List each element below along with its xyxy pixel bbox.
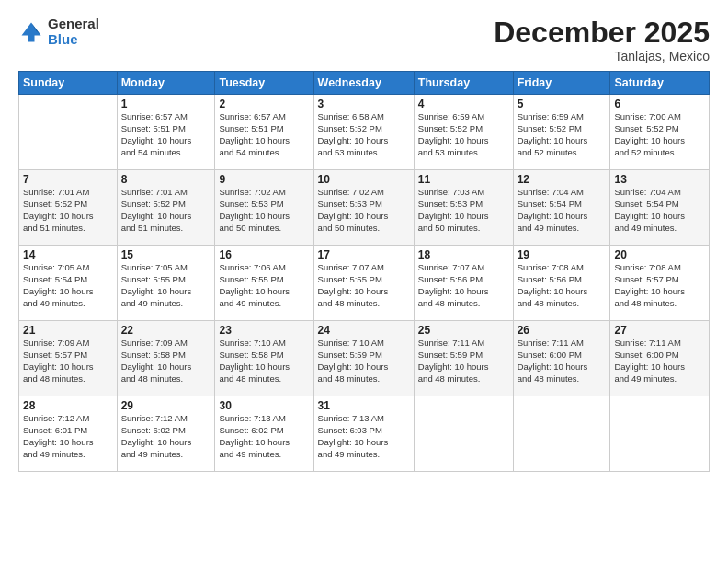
calendar-week-row: 7Sunrise: 7:01 AM Sunset: 5:52 PM Daylig…	[19, 170, 710, 246]
day-info: Sunrise: 7:04 AM Sunset: 5:54 PM Dayligh…	[614, 187, 705, 234]
calendar-cell: 2Sunrise: 6:57 AM Sunset: 5:51 PM Daylig…	[215, 95, 313, 170]
day-number: 7	[23, 173, 113, 186]
calendar-cell: 24Sunrise: 7:10 AM Sunset: 5:59 PM Dayli…	[313, 321, 414, 396]
calendar-cell: 6Sunrise: 7:00 AM Sunset: 5:52 PM Daylig…	[610, 95, 710, 170]
month-title: December 2025	[494, 17, 710, 49]
calendar-day-header: Friday	[513, 72, 610, 95]
day-number: 6	[614, 98, 705, 110]
day-info: Sunrise: 7:08 AM Sunset: 5:57 PM Dayligh…	[614, 262, 705, 309]
calendar-cell: 14Sunrise: 7:05 AM Sunset: 5:54 PM Dayli…	[19, 246, 118, 321]
calendar-day-header: Sunday	[19, 72, 118, 95]
day-info: Sunrise: 6:57 AM Sunset: 5:51 PM Dayligh…	[121, 111, 211, 158]
page: General Blue December 2025 Tanlajas, Mex…	[0, 0, 728, 563]
day-number: 28	[23, 399, 113, 412]
calendar-day-header: Wednesday	[313, 72, 414, 95]
day-number: 30	[219, 399, 309, 412]
day-info: Sunrise: 7:03 AM Sunset: 5:53 PM Dayligh…	[418, 187, 509, 234]
day-number: 9	[219, 173, 309, 186]
calendar-cell: 15Sunrise: 7:05 AM Sunset: 5:55 PM Dayli…	[117, 246, 215, 321]
calendar-cell: 18Sunrise: 7:07 AM Sunset: 5:56 PM Dayli…	[414, 246, 513, 321]
day-info: Sunrise: 7:09 AM Sunset: 5:58 PM Dayligh…	[121, 338, 211, 385]
day-info: Sunrise: 6:57 AM Sunset: 5:51 PM Dayligh…	[219, 111, 309, 158]
logo: General Blue	[18, 17, 99, 47]
day-info: Sunrise: 7:05 AM Sunset: 5:54 PM Dayligh…	[23, 262, 113, 309]
day-number: 25	[418, 324, 509, 337]
day-number: 8	[121, 173, 211, 186]
calendar-cell: 7Sunrise: 7:01 AM Sunset: 5:52 PM Daylig…	[19, 170, 118, 246]
day-info: Sunrise: 6:59 AM Sunset: 5:52 PM Dayligh…	[518, 111, 607, 158]
day-number: 5	[518, 98, 607, 110]
calendar-cell: 21Sunrise: 7:09 AM Sunset: 5:57 PM Dayli…	[19, 321, 118, 396]
calendar-cell: 9Sunrise: 7:02 AM Sunset: 5:53 PM Daylig…	[215, 170, 313, 246]
day-number: 17	[318, 248, 410, 261]
calendar-week-row: 21Sunrise: 7:09 AM Sunset: 5:57 PM Dayli…	[19, 321, 710, 396]
day-number: 20	[614, 248, 705, 261]
day-info: Sunrise: 7:11 AM Sunset: 5:59 PM Dayligh…	[418, 338, 509, 385]
day-number: 19	[518, 248, 607, 261]
day-number: 10	[318, 173, 410, 186]
logo-text: General Blue	[48, 17, 99, 47]
day-number: 22	[121, 324, 211, 337]
day-number: 29	[121, 399, 211, 412]
header: General Blue December 2025 Tanlajas, Mex…	[18, 17, 710, 63]
day-info: Sunrise: 7:13 AM Sunset: 6:03 PM Dayligh…	[318, 413, 410, 460]
day-info: Sunrise: 7:13 AM Sunset: 6:02 PM Dayligh…	[219, 413, 309, 460]
day-number: 11	[418, 173, 509, 186]
day-info: Sunrise: 7:02 AM Sunset: 5:53 PM Dayligh…	[318, 187, 410, 234]
day-number: 24	[318, 324, 410, 337]
calendar-table: SundayMondayTuesdayWednesdayThursdayFrid…	[18, 71, 710, 472]
day-number: 15	[121, 248, 211, 261]
day-info: Sunrise: 7:02 AM Sunset: 5:53 PM Dayligh…	[219, 187, 309, 234]
day-number: 1	[121, 98, 211, 110]
calendar-cell: 19Sunrise: 7:08 AM Sunset: 5:56 PM Dayli…	[513, 246, 610, 321]
day-number: 23	[219, 324, 309, 337]
location: Tanlajas, Mexico	[494, 49, 710, 63]
day-number: 4	[418, 98, 509, 110]
calendar-cell: 13Sunrise: 7:04 AM Sunset: 5:54 PM Dayli…	[610, 170, 710, 246]
day-number: 13	[614, 173, 705, 186]
day-info: Sunrise: 7:08 AM Sunset: 5:56 PM Dayligh…	[518, 262, 607, 309]
calendar-cell: 30Sunrise: 7:13 AM Sunset: 6:02 PM Dayli…	[215, 396, 313, 472]
calendar-day-header: Thursday	[414, 72, 513, 95]
calendar-cell: 1Sunrise: 6:57 AM Sunset: 5:51 PM Daylig…	[117, 95, 215, 170]
day-number: 18	[418, 248, 509, 261]
calendar-week-row: 28Sunrise: 7:12 AM Sunset: 6:01 PM Dayli…	[19, 396, 710, 472]
day-info: Sunrise: 7:11 AM Sunset: 6:00 PM Dayligh…	[614, 338, 705, 385]
day-info: Sunrise: 7:00 AM Sunset: 5:52 PM Dayligh…	[614, 111, 705, 158]
day-info: Sunrise: 7:07 AM Sunset: 5:56 PM Dayligh…	[418, 262, 509, 309]
day-info: Sunrise: 7:10 AM Sunset: 5:59 PM Dayligh…	[318, 338, 410, 385]
calendar-week-row: 1Sunrise: 6:57 AM Sunset: 5:51 PM Daylig…	[19, 95, 710, 170]
logo-blue: Blue	[48, 32, 99, 48]
day-info: Sunrise: 7:12 AM Sunset: 6:02 PM Dayligh…	[121, 413, 211, 460]
day-number: 3	[318, 98, 410, 110]
calendar-day-header: Saturday	[610, 72, 710, 95]
logo-general: General	[48, 17, 99, 32]
day-number: 14	[23, 248, 113, 261]
calendar-cell: 29Sunrise: 7:12 AM Sunset: 6:02 PM Dayli…	[117, 396, 215, 472]
day-info: Sunrise: 7:01 AM Sunset: 5:52 PM Dayligh…	[121, 187, 211, 234]
day-info: Sunrise: 7:06 AM Sunset: 5:55 PM Dayligh…	[219, 262, 309, 309]
day-number: 21	[23, 324, 113, 337]
day-info: Sunrise: 7:10 AM Sunset: 5:58 PM Dayligh…	[219, 338, 309, 385]
calendar-cell: 17Sunrise: 7:07 AM Sunset: 5:55 PM Dayli…	[313, 246, 414, 321]
day-info: Sunrise: 7:09 AM Sunset: 5:57 PM Dayligh…	[23, 338, 113, 385]
calendar-cell	[513, 396, 610, 472]
calendar-header-row: SundayMondayTuesdayWednesdayThursdayFrid…	[19, 72, 710, 95]
title-block: December 2025 Tanlajas, Mexico	[494, 17, 710, 63]
day-number: 2	[219, 98, 309, 110]
day-info: Sunrise: 7:01 AM Sunset: 5:52 PM Dayligh…	[23, 187, 113, 234]
calendar-cell	[19, 95, 118, 170]
calendar-cell: 25Sunrise: 7:11 AM Sunset: 5:59 PM Dayli…	[414, 321, 513, 396]
logo-icon	[18, 19, 44, 45]
day-number: 27	[614, 324, 705, 337]
day-number: 12	[518, 173, 607, 186]
calendar-cell: 12Sunrise: 7:04 AM Sunset: 5:54 PM Dayli…	[513, 170, 610, 246]
calendar-cell	[610, 396, 710, 472]
day-info: Sunrise: 7:04 AM Sunset: 5:54 PM Dayligh…	[518, 187, 607, 234]
day-info: Sunrise: 7:11 AM Sunset: 6:00 PM Dayligh…	[518, 338, 607, 385]
calendar-cell: 20Sunrise: 7:08 AM Sunset: 5:57 PM Dayli…	[610, 246, 710, 321]
calendar-cell: 26Sunrise: 7:11 AM Sunset: 6:00 PM Dayli…	[513, 321, 610, 396]
calendar-cell: 16Sunrise: 7:06 AM Sunset: 5:55 PM Dayli…	[215, 246, 313, 321]
calendar-cell: 5Sunrise: 6:59 AM Sunset: 5:52 PM Daylig…	[513, 95, 610, 170]
calendar-cell: 3Sunrise: 6:58 AM Sunset: 5:52 PM Daylig…	[313, 95, 414, 170]
